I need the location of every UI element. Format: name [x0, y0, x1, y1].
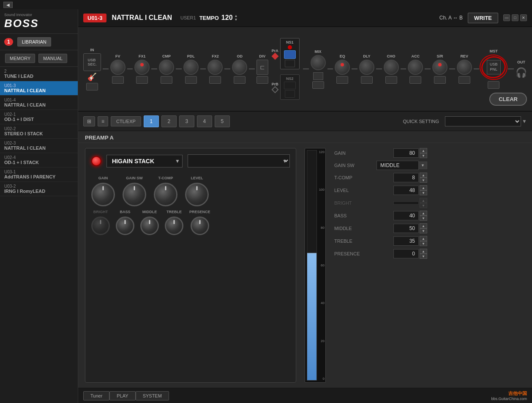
treble-up[interactable]: ▲	[420, 236, 427, 241]
ns2-btn[interactable]	[284, 82, 296, 89]
div-toggle[interactable]	[256, 76, 268, 84]
fx2-button[interactable]	[207, 60, 223, 75]
bright-spinners[interactable]: ▲ ▼	[420, 198, 427, 208]
cmp-toggle[interactable]	[161, 76, 172, 84]
acc-toggle[interactable]	[409, 76, 421, 84]
list-item[interactable]: U02-1 OD-1 + I DIST	[0, 110, 78, 124]
middle-spinners[interactable]: ▲ ▼	[420, 223, 427, 233]
fx2-toggle[interactable]	[209, 76, 221, 84]
in-toggle[interactable]	[86, 83, 98, 90]
od-button[interactable]	[232, 60, 247, 75]
level-spinners[interactable]: ▲ ▼	[420, 185, 427, 195]
mst-toggle[interactable]	[488, 81, 499, 89]
list-item[interactable]: U01-3 NATTRAL I CLEAN	[0, 81, 78, 96]
ns1-btn[interactable]	[284, 50, 296, 59]
list-item[interactable]: U03-2 IRNG I RomyLEAD	[0, 182, 78, 196]
bass-spinners[interactable]: ▲ ▼	[420, 211, 427, 221]
list-item[interactable]: U02-2 STEREO I STACK	[0, 124, 78, 139]
gain-sw-select[interactable]: MIDDLE LOW HIGH	[376, 161, 419, 170]
sr-toggle[interactable]	[434, 76, 446, 84]
rev-toggle[interactable]	[458, 76, 470, 84]
gain-up[interactable]: ▲	[420, 148, 427, 153]
middle-down[interactable]: ▼	[420, 228, 427, 233]
mix-toggle[interactable]	[312, 81, 324, 89]
gain-spinners[interactable]: ▲ ▼	[420, 148, 427, 158]
tab-1[interactable]: 1	[144, 115, 159, 127]
gain-knob[interactable]	[91, 183, 115, 206]
bass-up[interactable]: ▲	[420, 211, 427, 216]
cho-toggle[interactable]	[385, 76, 397, 84]
treble-knob[interactable]	[165, 217, 183, 235]
write-button[interactable]: WRITE	[468, 13, 498, 23]
tab-3[interactable]: 3	[179, 115, 194, 127]
list-item[interactable]: 2 TUNE I LEAD	[0, 67, 78, 81]
mix-button[interactable]	[311, 55, 326, 70]
list-item[interactable]: U02-3 NATTRAL I CLEAN	[0, 139, 78, 153]
pdl-toggle[interactable]	[185, 76, 197, 84]
level-down[interactable]: ▼	[420, 190, 427, 195]
list-item[interactable]: U03-1 AddTRANS I PARENCY	[0, 167, 78, 182]
amp-model-select[interactable]: HIGAIN STACK	[106, 155, 183, 167]
clear-button[interactable]: CLEAR	[489, 93, 527, 106]
close-button[interactable]: ✕	[520, 14, 527, 21]
pdl-button[interactable]	[183, 60, 199, 75]
tempo-spinners[interactable]: ▲ ▼	[235, 14, 238, 22]
cho-button[interactable]	[384, 60, 399, 75]
od-toggle[interactable]	[234, 76, 246, 84]
acc-button[interactable]	[408, 60, 423, 75]
manual-button[interactable]: MANUAL	[38, 54, 67, 63]
t-comp-knob[interactable]	[154, 183, 177, 206]
tab-5[interactable]: 5	[215, 115, 230, 127]
minimize-button[interactable]: —	[503, 14, 510, 21]
list-item[interactable]: U02-4 OD-1 + I STACK	[0, 153, 78, 167]
power-led[interactable]	[91, 156, 101, 166]
presence-knob[interactable]	[191, 217, 209, 235]
dly-toggle[interactable]	[361, 76, 373, 84]
gain-sw-knob[interactable]	[123, 183, 146, 206]
memory-button[interactable]: MEMORY	[5, 54, 35, 63]
div-icon[interactable]: ⊏	[256, 60, 268, 75]
bright-down[interactable]: ▼	[420, 203, 427, 208]
cmp-button[interactable]	[159, 60, 174, 75]
presence-up[interactable]: ▲	[420, 249, 427, 254]
fx1-toggle[interactable]	[136, 76, 148, 84]
quick-setting-select[interactable]	[445, 116, 521, 126]
fv-toggle[interactable]	[112, 76, 124, 84]
list-view-button[interactable]: ≡	[98, 116, 108, 126]
tab-4[interactable]: 4	[197, 115, 212, 127]
presence-down[interactable]: ▼	[420, 254, 427, 259]
presence-spinners[interactable]: ▲ ▼	[420, 249, 427, 259]
treble-spinners[interactable]: ▲ ▼	[420, 236, 427, 246]
grid-view-button[interactable]: ⊞	[83, 116, 95, 126]
t-comp-spinners[interactable]: ▲ ▼	[420, 173, 427, 183]
tab-2[interactable]: 2	[161, 115, 177, 127]
fx1-button[interactable]	[134, 60, 150, 75]
sr-button[interactable]	[432, 60, 447, 75]
amp-model2-select[interactable]	[188, 154, 290, 167]
bass-down[interactable]: ▼	[420, 216, 427, 221]
ctl-exp-button[interactable]: CTL/EXP	[111, 116, 141, 126]
bright-up[interactable]: ▲	[420, 198, 427, 203]
play-button[interactable]: PLAY	[109, 391, 135, 400]
t-comp-up[interactable]: ▲	[420, 173, 427, 178]
rev-button[interactable]	[457, 60, 472, 75]
system-button[interactable]: SYSTEM	[136, 391, 169, 400]
librarian-button[interactable]: LIBRARIAN	[17, 37, 51, 47]
list-item[interactable]: U01-4 NATTRAL I CLEAN	[0, 96, 78, 110]
treble-down[interactable]: ▼	[420, 241, 427, 246]
tuner-button[interactable]: Tuner	[83, 391, 109, 400]
middle-knob[interactable]	[140, 217, 159, 235]
level-up[interactable]: ▲	[420, 185, 427, 190]
gain-down[interactable]: ▼	[420, 153, 427, 158]
bass-knob[interactable]	[116, 217, 134, 235]
dly-button[interactable]	[359, 60, 374, 75]
fv-button[interactable]	[110, 60, 125, 75]
bright-knob[interactable]	[91, 217, 110, 235]
back-button[interactable]: ◀	[3, 2, 13, 8]
middle-up[interactable]: ▲	[420, 223, 427, 228]
eq-toggle[interactable]	[336, 76, 348, 84]
t-comp-down[interactable]: ▼	[420, 178, 427, 183]
maximize-button[interactable]: □	[512, 14, 518, 21]
eq-button[interactable]	[335, 60, 350, 75]
level-knob[interactable]	[185, 183, 209, 206]
